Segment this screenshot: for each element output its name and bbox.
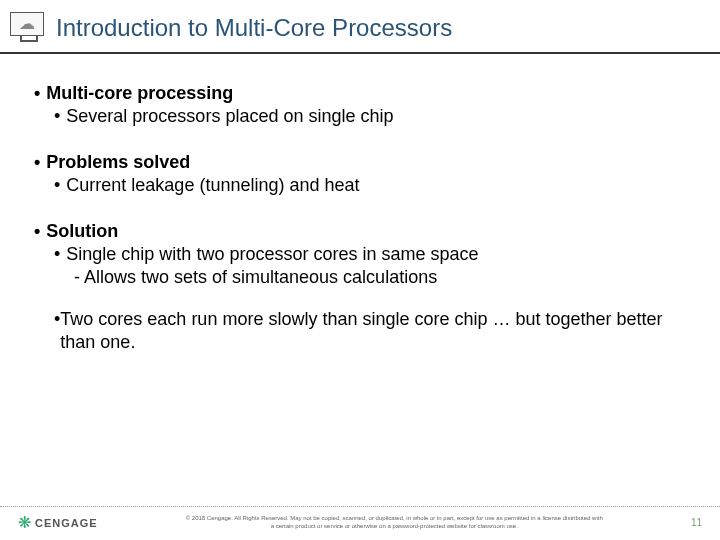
bullet-head: Problems solved bbox=[46, 151, 190, 174]
block-problems: •Problems solved •Current leakage (tunne… bbox=[34, 151, 686, 198]
block-multicore: •Multi-core processing •Several processo… bbox=[34, 82, 686, 129]
bullet-subsub: Allows two sets of simultaneous calculat… bbox=[84, 266, 437, 289]
slide-footer: ❋ CENGAGE © 2018 Cengage. All Rights Res… bbox=[0, 506, 720, 540]
cloud-icon: ☁ bbox=[19, 16, 35, 32]
bullet-head: Multi-core processing bbox=[46, 82, 233, 105]
brand-logo: ❋ CENGAGE bbox=[18, 513, 98, 532]
bullet-sub: Two cores each run more slowly than sing… bbox=[60, 308, 686, 355]
brand-name: CENGAGE bbox=[35, 517, 98, 529]
page-number: 11 bbox=[691, 517, 702, 528]
slide-header: ☁ Introduction to Multi-Core Processors bbox=[0, 0, 720, 54]
bullet-sub: Several processors placed on single chip bbox=[66, 105, 393, 128]
bullet-head: Solution bbox=[46, 220, 118, 243]
slide-title: Introduction to Multi-Core Processors bbox=[56, 14, 452, 42]
presentation-icon: ☁ bbox=[10, 12, 48, 44]
bullet-sub: Single chip with two processor cores in … bbox=[66, 243, 478, 266]
leaf-icon: ❋ bbox=[18, 513, 31, 532]
bullet-sub: Current leakage (tunneling) and heat bbox=[66, 174, 359, 197]
block-solution: •Solution •Single chip with two processo… bbox=[34, 220, 686, 355]
slide-body: •Multi-core processing •Several processo… bbox=[0, 54, 720, 355]
copyright-text: © 2018 Cengage. All Rights Reserved. May… bbox=[184, 515, 604, 529]
